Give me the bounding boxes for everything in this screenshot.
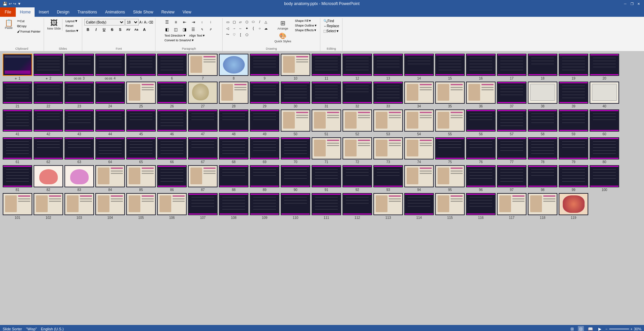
slide-thumb[interactable]: 53 xyxy=(373,109,403,136)
justify-button[interactable]: ☰ xyxy=(190,26,197,33)
slide-thumb[interactable]: 00:053 xyxy=(64,54,94,80)
slide-thumb[interactable]: 97 xyxy=(497,165,526,192)
slide-thumb[interactable]: 30 xyxy=(281,82,310,108)
shape-wave[interactable]: 〜 xyxy=(225,32,231,38)
slide-thumb[interactable]: 35 xyxy=(435,82,465,108)
slide-thumb[interactable]: 52 xyxy=(342,109,372,136)
tab-view[interactable]: View xyxy=(179,7,195,17)
shape-oval[interactable]: ○ xyxy=(257,25,263,31)
shape-rect[interactable]: ▭ xyxy=(225,19,231,25)
slide-thumb[interactable]: 42 xyxy=(34,109,63,136)
slide-thumb[interactable]: 101 xyxy=(3,193,32,220)
tab-design[interactable]: Design xyxy=(53,7,73,17)
slide-thumb[interactable]: 13 xyxy=(373,54,403,80)
slide-thumb[interactable]: 88 xyxy=(219,165,248,192)
slide-thumb[interactable]: 12 xyxy=(342,54,372,80)
slide-thumb[interactable]: 63 xyxy=(64,137,94,164)
increase-indent-button[interactable]: ⇥ xyxy=(190,19,197,26)
font-size-select[interactable]: 18 xyxy=(125,19,139,26)
shape-cloud[interactable]: ☁ xyxy=(263,25,269,31)
slide-thumb[interactable]: 81 xyxy=(3,165,32,192)
slide-thumb[interactable]: 55 xyxy=(435,109,465,136)
slide-thumb[interactable]: 103 xyxy=(64,193,94,220)
slide-sorter-view-button[interactable]: ⊟ xyxy=(578,326,584,331)
slide-thumb[interactable]: 108 xyxy=(219,193,248,220)
slide-thumb[interactable]: 94 xyxy=(404,165,434,192)
slide-thumb[interactable]: 20 xyxy=(590,54,619,80)
shadow-button[interactable]: S xyxy=(117,26,124,33)
slide-thumb[interactable]: 61 xyxy=(3,137,32,164)
slide-thumb[interactable]: 25 xyxy=(126,82,156,108)
slide-thumb[interactable]: 9 xyxy=(250,54,279,80)
slide-thumb[interactable]: 26 xyxy=(157,82,187,108)
slide-thumb[interactable]: ★1 xyxy=(3,54,32,80)
bold-button[interactable]: B xyxy=(84,26,92,33)
tab-file[interactable]: File xyxy=(0,7,16,17)
slide-thumb[interactable]: 33 xyxy=(373,82,403,108)
redo-icon[interactable]: ↪ xyxy=(13,2,16,6)
close-button[interactable]: ✕ xyxy=(636,1,641,6)
slide-thumb[interactable]: 118 xyxy=(528,193,557,220)
slide-thumb[interactable]: 69 xyxy=(250,137,279,164)
shape-effects-button[interactable]: Shape Effects ▼ xyxy=(294,28,318,32)
slide-thumb[interactable]: 36 xyxy=(466,82,496,108)
slide-thumb[interactable]: 105 xyxy=(126,193,156,220)
slide-thumb[interactable]: 117 xyxy=(497,193,526,220)
shape-more2[interactable]: ⬠ xyxy=(244,32,250,38)
slide-thumb[interactable]: 106 xyxy=(157,193,187,220)
normal-view-button[interactable]: ⊞ xyxy=(569,326,575,331)
slide-thumb[interactable]: 48 xyxy=(219,109,248,136)
slide-thumb[interactable]: 78 xyxy=(528,137,557,164)
shape-more[interactable]: ⬭ xyxy=(250,19,256,25)
copy-button[interactable]: ⧉ Copy xyxy=(16,24,42,29)
slide-thumb[interactable]: 83 xyxy=(64,165,94,192)
quick-access-toolbar[interactable]: 💾 ↩ ↪ ▼ xyxy=(3,2,21,6)
slide-thumb[interactable]: 29 xyxy=(250,82,279,108)
slide-thumb[interactable]: 116 xyxy=(466,193,496,220)
slide-thumb[interactable]: 39 xyxy=(559,82,588,108)
slide-thumb[interactable]: 62 xyxy=(34,137,63,164)
tab-animations[interactable]: Animations xyxy=(101,7,129,17)
slide-thumb[interactable]: 49 xyxy=(250,109,279,136)
change-case-button[interactable]: Aa xyxy=(133,26,140,33)
slide-thumb[interactable]: 68 xyxy=(219,137,248,164)
select-button[interactable]: ⬚ Select ▼ xyxy=(322,29,340,33)
slide-thumb[interactable]: 113 xyxy=(373,193,403,220)
ltr-button[interactable]: ↱ xyxy=(207,26,215,33)
cut-button[interactable]: ✂ Cut xyxy=(16,19,42,23)
decrease-font-button[interactable]: A↓ xyxy=(144,20,148,24)
slide-thumb[interactable]: 87 xyxy=(188,165,218,192)
slide-thumb[interactable]: 86 xyxy=(157,165,187,192)
increase-font-button[interactable]: A↑ xyxy=(139,20,143,24)
slide-thumb[interactable]: 102 xyxy=(34,193,63,220)
slide-thumb[interactable]: 8 xyxy=(219,54,248,80)
format-painter-button[interactable]: 🖌 Format Painter xyxy=(16,29,42,34)
slide-thumb[interactable]: 11 xyxy=(312,54,341,80)
slide-thumb[interactable]: 65 xyxy=(126,137,156,164)
shape-outline-button[interactable]: Shape Outline ▼ xyxy=(294,23,318,28)
slide-thumb[interactable]: 107 xyxy=(188,193,218,220)
slide-thumb[interactable]: 22 xyxy=(34,82,63,108)
slide-thumb[interactable]: 91 xyxy=(312,165,341,192)
slide-thumb[interactable]: 10 xyxy=(281,54,310,80)
shape-round-rect[interactable]: ▢ xyxy=(231,19,237,25)
arrange-button[interactable]: ⊞ Arrange xyxy=(273,19,292,31)
zoom-out-button[interactable]: − xyxy=(605,327,607,331)
slide-thumb[interactable]: 66 xyxy=(157,137,187,164)
align-text-button[interactable]: Align Text ▼ xyxy=(188,34,206,38)
undo-icon[interactable]: ↩ xyxy=(9,2,12,6)
layout-button[interactable]: Layout ▼ xyxy=(64,19,80,23)
slide-thumb[interactable]: 7 xyxy=(188,54,218,80)
slide-thumb[interactable]: 115 xyxy=(435,193,465,220)
shape-heart[interactable]: ♡ xyxy=(231,32,237,38)
new-slide-button[interactable]: 🖼 New Slide xyxy=(46,19,63,31)
slide-thumb[interactable]: 56 xyxy=(466,109,496,136)
slide-thumb[interactable]: 5 xyxy=(126,54,156,80)
shape-curly[interactable]: { xyxy=(250,25,256,31)
shape-triangle[interactable]: △ xyxy=(263,19,269,25)
slide-thumb[interactable]: 85 xyxy=(126,165,156,192)
slide-thumb[interactable]: 110 xyxy=(281,193,310,220)
window-controls[interactable]: ─ ❐ ✕ xyxy=(623,1,641,6)
find-button[interactable]: 🔍 Find xyxy=(322,19,335,23)
slide-thumb[interactable]: 51 xyxy=(312,109,341,136)
